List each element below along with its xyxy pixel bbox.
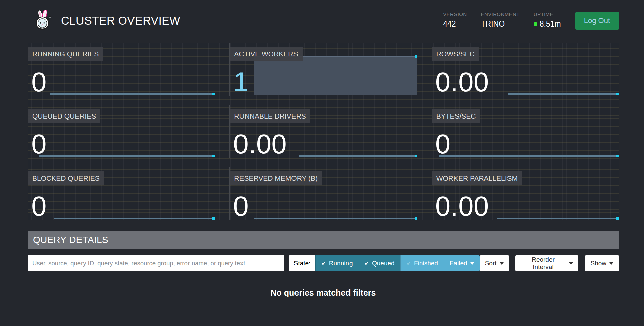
tile-value: 0.00 <box>435 193 489 219</box>
tile-label: BLOCKED QUERIES <box>28 171 104 185</box>
tile-value: 0 <box>435 131 451 156</box>
check-icon: ✔ <box>321 260 326 267</box>
tile-value: 1 <box>233 69 249 94</box>
bar-chart <box>254 56 417 95</box>
tile-value: 0 <box>31 131 47 156</box>
reorder-interval-dropdown-button[interactable]: Reorder Interval <box>515 255 579 271</box>
show-dropdown-button[interactable]: Show <box>585 255 619 271</box>
tile-worker-parallelism: WORKER PARALLELISM 0.00 <box>432 167 619 220</box>
tile-value: 0 <box>233 193 249 219</box>
tile-bytes-per-sec: BYTES/SEC 0 <box>432 105 619 158</box>
tile-queued-queries: QUEUED QUERIES 0 <box>28 105 215 158</box>
sparkline-chart <box>254 218 417 219</box>
empty-results-message: No queries matched filters <box>28 272 619 298</box>
chevron-down-icon <box>569 262 573 265</box>
environment-stat: ENVIRONMENT TRINO <box>481 11 520 29</box>
tile-label: QUEUED QUERIES <box>28 109 100 123</box>
tile-blocked-queries: BLOCKED QUERIES 0 <box>28 167 215 220</box>
tile-label: ROWS/SEC <box>432 47 479 61</box>
tile-active-workers: ACTIVE WORKERS 1 <box>229 43 417 96</box>
tile-label: BYTES/SEC <box>432 109 480 123</box>
sparkline-chart <box>39 155 215 157</box>
tile-label: WORKER PARALLELISM <box>432 171 522 185</box>
tile-value: 0 <box>31 193 47 219</box>
uptime-label: UPTIME <box>534 11 561 17</box>
logout-button[interactable]: Log Out <box>575 12 619 30</box>
check-icon: ✔ <box>407 260 411 267</box>
query-details-section: QUERY DETAILS State: ✔ Running ✔ Queued … <box>28 231 619 314</box>
header-accent-divider <box>29 38 619 38</box>
state-filter-label: State: <box>289 255 316 271</box>
query-details-title: QUERY DETAILS <box>28 231 619 249</box>
tile-label: RUNNABLE DRIVERS <box>230 109 310 123</box>
tile-reserved-memory: RESERVED MEMORY (B) 0 <box>229 167 417 220</box>
chevron-down-icon <box>470 262 474 265</box>
state-filter-finished[interactable]: ✔ Finished <box>400 255 444 271</box>
sparkline-chart <box>50 93 215 95</box>
tile-value: 0.00 <box>435 69 489 94</box>
sparkline-chart <box>299 155 417 157</box>
uptime-stat: UPTIME 8.51m <box>534 11 561 29</box>
query-search-input[interactable] <box>28 255 284 271</box>
state-filter-queued[interactable]: ✔ Queued <box>359 255 400 271</box>
uptime-status-dot-icon <box>534 22 537 26</box>
state-filter-failed-dropdown[interactable]: Failed <box>444 255 480 271</box>
sparkline-chart <box>508 93 619 95</box>
version-stat: VERSION 442 <box>443 11 467 29</box>
state-filter-running[interactable]: ✔ Running <box>315 255 358 271</box>
environment-value: TRINO <box>481 19 520 29</box>
version-value: 442 <box>443 19 467 29</box>
version-label: VERSION <box>443 11 467 17</box>
sparkline-chart <box>497 218 619 219</box>
query-list-panel: No queries matched filters <box>28 272 619 314</box>
trino-bunny-logo-icon <box>34 10 52 31</box>
tile-runnable-drivers: RUNNABLE DRIVERS 0.00 <box>229 105 417 158</box>
tile-rows-per-sec: ROWS/SEC 0.00 <box>432 43 619 96</box>
sparkline-chart <box>54 218 215 219</box>
sparkline-chart <box>439 155 619 157</box>
check-icon: ✔ <box>365 260 369 267</box>
uptime-value: 8.51m <box>540 19 561 29</box>
tile-running-queries: RUNNING QUERIES 0 <box>28 43 215 96</box>
tile-label: RUNNING QUERIES <box>28 47 103 61</box>
page-title: CLUSTER OVERVIEW <box>61 14 180 27</box>
query-filter-toolbar: State: ✔ Running ✔ Queued ✔ Finished Fai… <box>28 255 619 271</box>
tile-label: RESERVED MEMORY (B) <box>230 171 322 185</box>
metrics-grid: RUNNING QUERIES 0 ACTIVE WORKERS 1 ROWS/… <box>28 43 619 220</box>
environment-label: ENVIRONMENT <box>481 11 520 17</box>
tile-value: 0.00 <box>233 131 287 156</box>
chevron-down-icon <box>609 262 613 265</box>
chevron-down-icon <box>500 262 504 265</box>
sort-dropdown-button[interactable]: Sort <box>480 255 509 271</box>
app-header: CLUSTER OVERVIEW VERSION 442 ENVIRONMENT… <box>0 0 644 38</box>
state-filter-group: State: ✔ Running ✔ Queued ✔ Finished Fai… <box>289 255 480 271</box>
tile-label: ACTIVE WORKERS <box>230 47 302 61</box>
tile-value: 0 <box>31 69 47 94</box>
